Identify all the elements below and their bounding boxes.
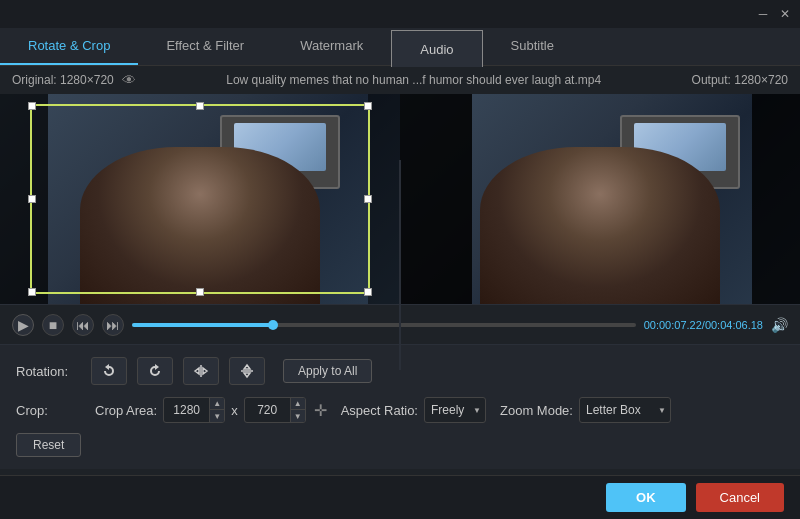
timeline[interactable] (132, 323, 636, 327)
tab-effect-filter[interactable]: Effect & Filter (138, 28, 272, 65)
tab-audio[interactable]: Audio (391, 30, 482, 67)
ok-button[interactable]: OK (606, 483, 686, 512)
time-display: 00:00:07.22/00:04:06.18 (644, 319, 763, 331)
crop-height-input[interactable] (245, 403, 290, 417)
original-resolution: Original: 1280×720 (12, 73, 114, 87)
rotate-cw-button[interactable] (137, 357, 173, 385)
crop-row: Crop: Crop Area: ▲ ▼ x ▲ ▼ ✛ Aspect Ra (16, 397, 784, 423)
time-current: 00:00:07.22 (644, 319, 702, 331)
next-button[interactable]: ⏭ (102, 314, 124, 336)
aspect-ratio-label: Aspect Ratio: (341, 403, 418, 418)
crop-area-group: Crop Area: ▲ ▼ x ▲ ▼ ✛ (95, 397, 327, 423)
crop-height-down[interactable]: ▼ (291, 410, 305, 423)
apply-to-all-button[interactable]: Apply to All (283, 359, 372, 383)
volume-icon[interactable]: 🔊 (771, 317, 788, 333)
tab-bar: Rotate & Crop Effect & Filter Watermark … (0, 28, 800, 66)
rotation-label: Rotation: (16, 364, 81, 379)
zoom-mode-select[interactable]: Letter Box Pan & Scan Full (579, 397, 671, 423)
crop-width-arrows: ▲ ▼ (209, 397, 224, 423)
crop-width-input[interactable] (164, 403, 209, 417)
crop-height-arrows: ▲ ▼ (290, 397, 305, 423)
zoom-mode-group: Zoom Mode: Letter Box Pan & Scan Full (500, 397, 671, 423)
cancel-button[interactable]: Cancel (696, 483, 784, 512)
eye-icon[interactable]: 👁 (122, 72, 136, 88)
info-bar: Original: 1280×720 👁 Low quality memes t… (0, 66, 800, 94)
bottom-bar: OK Cancel (0, 475, 800, 519)
video-preview-right (400, 94, 800, 304)
tab-rotate-crop[interactable]: Rotate & Crop (0, 28, 138, 65)
x-separator: x (231, 403, 238, 418)
output-resolution: Output: 1280×720 (692, 73, 788, 87)
reset-row: Reset (16, 433, 784, 457)
crop-height-input-group: ▲ ▼ (244, 397, 306, 423)
timeline-progress (132, 323, 273, 327)
crop-width-down[interactable]: ▼ (210, 410, 224, 423)
filename: Low quality memes that no human ...f hum… (226, 73, 601, 87)
crop-label: Crop: (16, 403, 81, 418)
crop-area-label: Crop Area: (95, 403, 157, 418)
crop-center-icon[interactable]: ✛ (314, 401, 327, 420)
prev-button[interactable]: ⏮ (72, 314, 94, 336)
close-button[interactable]: ✕ (778, 7, 792, 21)
time-total: 00:04:06.18 (705, 319, 763, 331)
flip-vertical-button[interactable] (229, 357, 265, 385)
tab-subtitle[interactable]: Subtitle (483, 28, 582, 65)
aspect-ratio-group: Aspect Ratio: Freely 16:9 4:3 1:1 (341, 397, 486, 423)
stop-button[interactable]: ■ (42, 314, 64, 336)
timeline-thumb[interactable] (268, 320, 278, 330)
flip-horizontal-button[interactable] (183, 357, 219, 385)
tab-watermark[interactable]: Watermark (272, 28, 391, 65)
video-divider (399, 160, 401, 370)
video-area (0, 94, 800, 304)
play-button[interactable]: ▶ (12, 314, 34, 336)
title-bar: ─ ✕ (0, 0, 800, 28)
crop-width-input-group: ▲ ▼ (163, 397, 225, 423)
zoom-mode-label: Zoom Mode: (500, 403, 573, 418)
rotate-ccw-button[interactable] (91, 357, 127, 385)
reset-button[interactable]: Reset (16, 433, 81, 457)
video-preview-left (0, 94, 400, 304)
crop-height-up[interactable]: ▲ (291, 397, 305, 410)
minimize-button[interactable]: ─ (756, 7, 770, 21)
aspect-ratio-select[interactable]: Freely 16:9 4:3 1:1 (424, 397, 486, 423)
crop-width-up[interactable]: ▲ (210, 397, 224, 410)
